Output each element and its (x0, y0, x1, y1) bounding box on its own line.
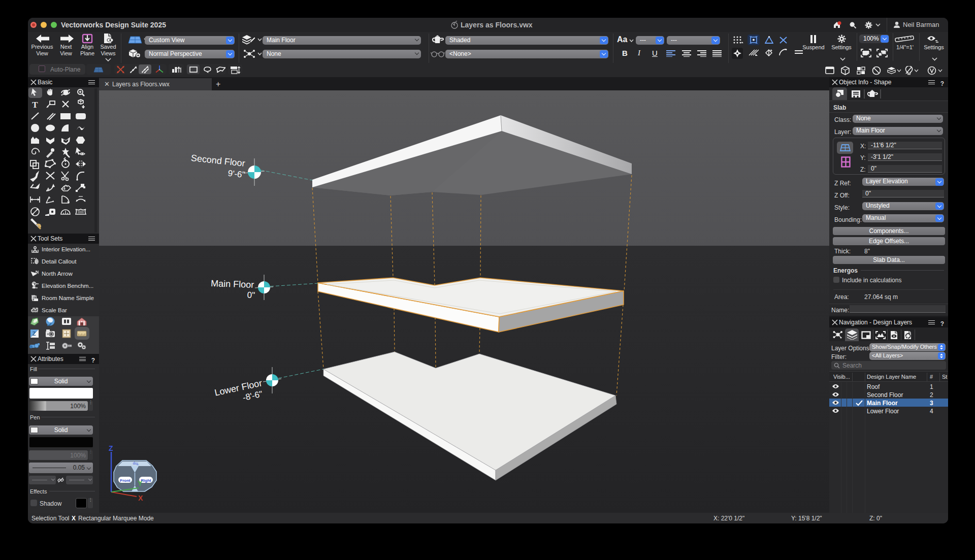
svg-text:Y: Y (138, 479, 143, 487)
svg-text:0": 0" (247, 290, 255, 300)
svg-text:X: X (138, 494, 143, 502)
svg-text:T: T (32, 100, 38, 110)
svg-text:9'-6": 9'-6" (228, 169, 246, 180)
svg-text:Top: Top (133, 462, 139, 466)
svg-text:Right: Right (141, 478, 151, 483)
svg-text:Main Floor: Main Floor (211, 278, 254, 290)
svg-text:Z: Z (32, 331, 36, 337)
svg-text:Front: Front (120, 478, 131, 483)
svg-text:Z: Z (109, 444, 113, 452)
